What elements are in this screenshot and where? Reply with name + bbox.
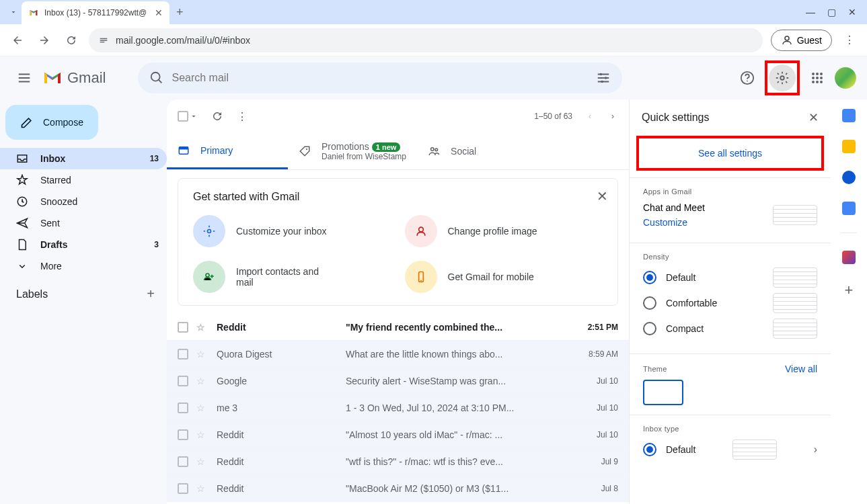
sidebar-item-starred[interactable]: Starred bbox=[0, 169, 167, 191]
minimize-button[interactable]: — bbox=[806, 7, 815, 17]
email-row[interactable]: ☆me 31 - 3 On Wed, Jul 10, 2024 at 3:10 … bbox=[167, 394, 629, 421]
tab-label: Promotions1 new bbox=[322, 141, 406, 152]
star-icon[interactable]: ☆ bbox=[196, 429, 209, 440]
contacts-icon[interactable] bbox=[842, 202, 856, 215]
tasks-icon[interactable] bbox=[842, 171, 856, 184]
email-checkbox[interactable] bbox=[178, 456, 188, 467]
get-started-text: Import contacts and mail bbox=[236, 266, 330, 288]
density-option-default[interactable]: Default bbox=[643, 267, 817, 288]
add-label-button[interactable]: + bbox=[147, 286, 155, 302]
density-radio[interactable] bbox=[643, 322, 656, 335]
addon-icon[interactable] bbox=[842, 251, 856, 264]
close-quick-settings-button[interactable]: ✕ bbox=[808, 110, 819, 125]
add-addon-button[interactable]: + bbox=[845, 282, 854, 299]
help-icon bbox=[740, 71, 755, 85]
get-started-item[interactable]: Change profile image bbox=[405, 215, 603, 247]
settings-button[interactable] bbox=[769, 65, 796, 91]
email-row[interactable]: ☆Quora DigestWhat are the little known t… bbox=[167, 341, 629, 368]
email-snippet: - r/mac: wtf is this? eve... bbox=[396, 456, 503, 467]
svg-point-3 bbox=[605, 77, 607, 79]
email-row[interactable]: ☆Reddit"Almost 10 years old iMac" - r/ma… bbox=[167, 421, 629, 448]
see-all-settings-highlight: See all settings bbox=[636, 136, 824, 171]
email-row[interactable]: ☆Reddit"My friend recently combined the.… bbox=[167, 314, 629, 341]
sidebar-item-snoozed[interactable]: Snoozed bbox=[0, 191, 167, 212]
get-started-item[interactable]: Customize your inbox bbox=[193, 215, 391, 247]
density-radio[interactable] bbox=[643, 296, 656, 310]
support-button[interactable] bbox=[734, 65, 761, 91]
sidebar-item-sent[interactable]: Sent bbox=[0, 212, 167, 234]
density-radio[interactable] bbox=[643, 271, 656, 284]
star-icon[interactable]: ☆ bbox=[196, 349, 209, 360]
more-button[interactable]: ⋮ bbox=[237, 110, 248, 123]
email-checkbox[interactable] bbox=[178, 403, 188, 413]
prev-page-button[interactable]: ‹ bbox=[585, 108, 595, 125]
tab-promotions[interactable]: Promotions1 newDaniel from WiseStamp bbox=[288, 133, 417, 169]
email-checkbox[interactable] bbox=[178, 376, 188, 386]
next-page-button[interactable]: › bbox=[607, 108, 618, 125]
close-window-button[interactable]: ✕ bbox=[848, 7, 856, 17]
email-sender: Google bbox=[217, 376, 338, 386]
tab-primary[interactable]: Primary bbox=[167, 133, 288, 169]
search-bar[interactable] bbox=[138, 62, 622, 93]
inbox-type-default-radio[interactable] bbox=[643, 443, 656, 456]
compose-button[interactable]: Compose bbox=[5, 105, 98, 140]
search-icon[interactable] bbox=[142, 63, 172, 93]
maximize-button[interactable]: ▢ bbox=[827, 7, 836, 17]
keep-icon[interactable] bbox=[842, 140, 856, 153]
star-icon[interactable]: ☆ bbox=[196, 456, 209, 467]
star-icon[interactable]: ☆ bbox=[196, 322, 209, 333]
clock-icon bbox=[16, 196, 28, 208]
labels-heading: Labels + bbox=[0, 277, 167, 302]
email-row[interactable]: ☆GoogleSecurity alert - WiseStamp was gr… bbox=[167, 368, 629, 394]
theme-heading: Theme bbox=[643, 365, 667, 373]
back-button[interactable] bbox=[8, 31, 27, 50]
reload-button[interactable] bbox=[62, 31, 81, 50]
site-info-icon[interactable] bbox=[98, 35, 109, 46]
email-row[interactable]: ☆Reddit"wtf is this?" - r/mac: wtf is th… bbox=[167, 448, 629, 475]
see-all-settings-button[interactable]: See all settings bbox=[642, 141, 819, 165]
sidebar-item-more[interactable]: More bbox=[0, 255, 167, 277]
view-all-themes-link[interactable]: View all bbox=[785, 364, 817, 374]
guest-profile-button[interactable]: Guest bbox=[771, 30, 832, 51]
inbox-type-heading: Inbox type bbox=[643, 425, 817, 433]
svg-point-2 bbox=[600, 73, 603, 76]
email-checkbox[interactable] bbox=[178, 483, 188, 494]
density-option-compact[interactable]: Compact bbox=[643, 319, 817, 339]
forward-button[interactable] bbox=[35, 31, 54, 50]
email-checkbox[interactable] bbox=[178, 429, 188, 440]
sidebar-item-count: 13 bbox=[150, 154, 159, 163]
chevron-right-icon[interactable]: › bbox=[814, 444, 817, 456]
new-tab-button[interactable]: + bbox=[176, 5, 184, 19]
sidebar-item-drafts[interactable]: Drafts3 bbox=[0, 234, 167, 255]
email-subject: Security alert - WiseStamp was gran... bbox=[346, 376, 570, 386]
main-menu-button[interactable] bbox=[11, 65, 38, 91]
search-options-icon[interactable] bbox=[589, 63, 618, 93]
email-checkbox[interactable] bbox=[178, 322, 188, 333]
gmail-logo[interactable]: Gmail bbox=[43, 69, 106, 87]
get-started-item[interactable]: Import contacts and mail bbox=[193, 261, 391, 293]
star-icon[interactable]: ☆ bbox=[196, 376, 209, 386]
calendar-icon[interactable] bbox=[842, 109, 856, 122]
close-card-button[interactable]: ✕ bbox=[597, 188, 608, 204]
theme-thumbnail[interactable] bbox=[643, 380, 683, 405]
email-row[interactable]: ☆Reddit"MacBook Air M2 ($1050) or M3 ($1… bbox=[167, 475, 629, 502]
address-bar[interactable]: mail.google.com/mail/u/0/#inbox bbox=[89, 28, 763, 52]
star-icon[interactable]: ☆ bbox=[196, 483, 209, 494]
account-avatar[interactable] bbox=[835, 67, 856, 89]
refresh-button[interactable] bbox=[211, 110, 223, 122]
browser-menu-button[interactable]: ⋮ bbox=[840, 34, 859, 46]
density-preview bbox=[773, 293, 817, 313]
tab-list-dropdown[interactable] bbox=[5, 4, 22, 20]
star-icon[interactable]: ☆ bbox=[196, 403, 209, 413]
tab-close-icon[interactable]: ✕ bbox=[155, 7, 163, 18]
tab-social[interactable]: Social bbox=[417, 133, 538, 169]
search-input[interactable] bbox=[172, 72, 589, 84]
email-checkbox[interactable] bbox=[178, 349, 188, 360]
customize-link[interactable]: Customize bbox=[643, 217, 705, 228]
browser-tab[interactable]: Inbox (13) - 578117992wtt@ ✕ bbox=[22, 1, 169, 24]
select-all-checkbox[interactable] bbox=[178, 111, 198, 122]
google-apps-button[interactable] bbox=[804, 65, 831, 91]
get-started-item[interactable]: Get Gmail for mobile bbox=[405, 261, 603, 293]
sidebar-item-inbox[interactable]: Inbox13 bbox=[0, 148, 167, 169]
density-option-comfortable[interactable]: Comfortable bbox=[643, 293, 817, 313]
